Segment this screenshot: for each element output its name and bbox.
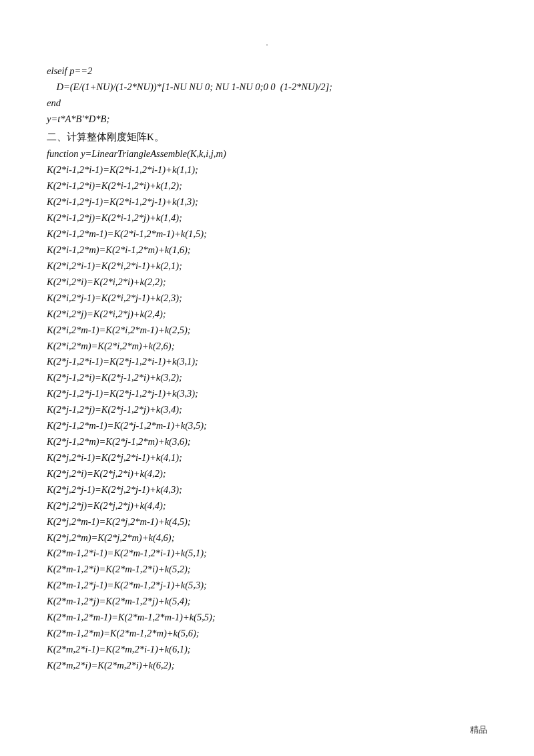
line-y-formula: y=t*A*B'*D*B;: [47, 112, 487, 128]
line-k20: K(2*j,2*i)=K(2*j,2*i)+k(4,2);: [47, 466, 487, 482]
line-k7: K(2*i,2*i-1)=K(2*i,2*i-1)+k(2,1);: [47, 258, 487, 274]
line-end: end: [47, 96, 487, 112]
line-k2: K(2*i-1,2*i)=K(2*i-1,2*i)+k(1,2);: [47, 178, 487, 194]
line-k14: K(2*j-1,2*i)=K(2*j-1,2*i)+k(3,2);: [47, 370, 487, 386]
line-k8: K(2*i,2*i)=K(2*i,2*i)+k(2,2);: [47, 274, 487, 291]
line-k4: K(2*i-1,2*j)=K(2*i-1,2*j)+k(1,4);: [47, 210, 487, 226]
page-dot: ·: [47, 40, 487, 50]
line-k1: K(2*i-1,2*i-1)=K(2*i-1,2*i-1)+k(1,1);: [47, 162, 487, 178]
line-k17: K(2*j-1,2*m-1)=K(2*j-1,2*m-1)+k(3,5);: [47, 418, 487, 434]
line-k10: K(2*i,2*j)=K(2*i,2*j)+k(2,4);: [47, 307, 487, 323]
line-k27: K(2*m-1,2*j-1)=K(2*m-1,2*j-1)+k(5,3);: [47, 578, 487, 594]
line-k19: K(2*j,2*i-1)=K(2*j,2*i-1)+k(4,1);: [47, 450, 487, 466]
line-k28: K(2*m-1,2*j)=K(2*m-1,2*j)+k(5,4);: [47, 594, 487, 610]
line-k26: K(2*m-1,2*i)=K(2*m-1,2*i)+k(5,2);: [47, 562, 487, 578]
page-footer: 精品: [470, 724, 487, 736]
line-k21: K(2*j,2*j-1)=K(2*j,2*j-1)+k(4,3);: [47, 482, 487, 498]
line-k16: K(2*j-1,2*j)=K(2*j-1,2*j)+k(3,4);: [47, 402, 487, 418]
line-function: function y=LinearTriangleAssemble(K,k,i,…: [47, 146, 487, 162]
line-k18: K(2*j-1,2*m)=K(2*j-1,2*m)+k(3,6);: [47, 434, 487, 450]
line-k31: K(2*m,2*i-1)=K(2*m,2*i-1)+k(6,1);: [47, 642, 487, 658]
line-k24: K(2*j,2*m)=K(2*j,2*m)+k(4,6);: [47, 530, 487, 546]
line-d-formula: D=(E/(1+NU)/(1-2*NU))*[1-NU NU 0; NU 1-N…: [47, 79, 487, 96]
line-k32: K(2*m,2*i)=K(2*m,2*i)+k(6,2);: [47, 658, 487, 674]
line-k23: K(2*j,2*m-1)=K(2*j,2*m-1)+k(4,5);: [47, 514, 487, 530]
line-k6: K(2*i-1,2*m)=K(2*i-1,2*m)+k(1,6);: [47, 242, 487, 258]
line-k3: K(2*i-1,2*j-1)=K(2*i-1,2*j-1)+k(1,3);: [47, 194, 487, 210]
line-k30: K(2*m-1,2*m)=K(2*m-1,2*m)+k(5,6);: [47, 626, 487, 642]
line-k25: K(2*m-1,2*i-1)=K(2*m-1,2*i-1)+k(5,1);: [47, 546, 487, 562]
line-k22: K(2*j,2*j)=K(2*j,2*j)+k(4,4);: [47, 498, 487, 514]
line-k5: K(2*i-1,2*m-1)=K(2*i-1,2*m-1)+k(1,5);: [47, 226, 487, 242]
line-k11: K(2*i,2*m-1)=K(2*i,2*m-1)+k(2,5);: [47, 323, 487, 339]
code-block: elseif p==2 D=(E/(1+NU)/(1-2*NU))*[1-NU …: [47, 63, 487, 674]
line-elseif: elseif p==2: [47, 63, 487, 79]
line-k9: K(2*i,2*j-1)=K(2*i,2*j-1)+k(2,3);: [47, 291, 487, 307]
line-k13: K(2*j-1,2*i-1)=K(2*j-1,2*i-1)+k(3,1);: [47, 354, 487, 370]
section-title: 二、计算整体刚度矩阵K。: [47, 129, 487, 146]
line-k12: K(2*i,2*m)=K(2*i,2*m)+k(2,6);: [47, 339, 487, 355]
line-k29: K(2*m-1,2*m-1)=K(2*m-1,2*m-1)+k(5,5);: [47, 610, 487, 626]
line-k15: K(2*j-1,2*j-1)=K(2*j-1,2*j-1)+k(3,3);: [47, 386, 487, 402]
